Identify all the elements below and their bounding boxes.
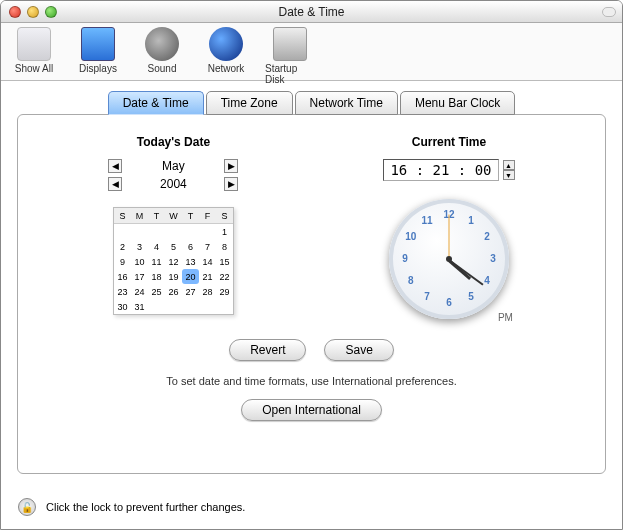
calendar-weekday: S (216, 208, 233, 223)
month-prev-button[interactable]: ◀ (108, 159, 122, 173)
calendar-day[interactable]: 21 (199, 269, 216, 284)
calendar-weekday: F (199, 208, 216, 223)
time-input[interactable]: 16 : 21 : 00 (383, 159, 498, 181)
tab-menu-bar-clock[interactable]: Menu Bar Clock (400, 91, 515, 115)
time-step-down[interactable]: ▼ (503, 170, 515, 180)
calendar-day (199, 299, 216, 314)
calendar-day[interactable]: 4 (148, 239, 165, 254)
calendar-day[interactable]: 17 (131, 269, 148, 284)
toolbar-item-displays[interactable]: Displays (73, 27, 123, 74)
time-value: 16 : 21 : 00 (390, 162, 491, 178)
clock-number: 3 (486, 253, 500, 264)
calendar-day (148, 224, 165, 239)
clock-number: 8 (404, 275, 418, 286)
calendar-day[interactable]: 14 (199, 254, 216, 269)
calendar-day (148, 299, 165, 314)
lock-text: Click the lock to prevent further change… (46, 501, 245, 513)
calendar-day[interactable]: 7 (199, 239, 216, 254)
clock-number: 2 (480, 231, 494, 242)
tab-time-zone[interactable]: Time Zone (206, 91, 293, 115)
calendar-day[interactable]: 2 (114, 239, 131, 254)
analog-clock: 121234567891011 PM (389, 199, 509, 319)
calendar-day[interactable]: 9 (114, 254, 131, 269)
toolbar-item-network[interactable]: Network (201, 27, 251, 74)
toolbar-item-show-all[interactable]: Show All (9, 27, 59, 74)
tab-date-time[interactable]: Date & Time (108, 91, 204, 115)
save-button[interactable]: Save (324, 339, 393, 361)
toolbar-toggle-button[interactable] (602, 7, 616, 17)
date-heading: Today's Date (137, 135, 210, 149)
calendar-weekday: W (165, 208, 182, 223)
calendar-day[interactable]: 11 (148, 254, 165, 269)
toolbar-item-sound[interactable]: Sound (137, 27, 187, 74)
tab-network-time[interactable]: Network Time (295, 91, 398, 115)
date-column: Today's Date ◀ May ▶ ◀ 2004 ▶ SMTWTFS123… (108, 135, 238, 319)
clock-hand-s (448, 215, 449, 260)
sound-icon (145, 27, 179, 61)
displays-icon (81, 27, 115, 61)
calendar-day[interactable]: 12 (165, 254, 182, 269)
clock-number: 9 (398, 253, 412, 264)
toolbar-label: Startup Disk (265, 63, 315, 85)
calendar-day (216, 299, 233, 314)
clock-number: 10 (404, 231, 418, 242)
calendar-day[interactable]: 29 (216, 284, 233, 299)
calendar-day[interactable]: 20 (182, 269, 199, 284)
calendar-day[interactable]: 6 (182, 239, 199, 254)
toolbar-label: Displays (79, 63, 117, 74)
calendar-day[interactable]: 18 (148, 269, 165, 284)
open-international-button[interactable]: Open International (241, 399, 382, 421)
calendar-day[interactable]: 3 (131, 239, 148, 254)
lock-icon[interactable]: 🔓 (18, 498, 36, 516)
calendar-day[interactable]: 22 (216, 269, 233, 284)
clock-number: 1 (464, 215, 478, 226)
calendar-day[interactable]: 23 (114, 284, 131, 299)
time-step-up[interactable]: ▲ (503, 160, 515, 170)
calendar-day[interactable]: 8 (216, 239, 233, 254)
network-icon (209, 27, 243, 61)
calendar-day[interactable]: 31 (131, 299, 148, 314)
clock-number: 5 (464, 291, 478, 302)
date-time-panel: Today's Date ◀ May ▶ ◀ 2004 ▶ SMTWTFS123… (17, 114, 606, 474)
calendar-day[interactable]: 1 (216, 224, 233, 239)
show-all-icon (17, 27, 51, 61)
calendar-weekday: T (148, 208, 165, 223)
toolbar: Show AllDisplaysSoundNetworkStartup Disk (1, 23, 622, 81)
toolbar-item-startup-disk[interactable]: Startup Disk (265, 27, 315, 85)
calendar-day[interactable]: 26 (165, 284, 182, 299)
calendar-day[interactable]: 30 (114, 299, 131, 314)
calendar-day[interactable]: 19 (165, 269, 182, 284)
calendar-day[interactable]: 5 (165, 239, 182, 254)
calendar-day[interactable]: 27 (182, 284, 199, 299)
calendar-day[interactable]: 16 (114, 269, 131, 284)
month-value: May (162, 159, 185, 173)
calendar-day[interactable]: 28 (199, 284, 216, 299)
tab-bar: Date & TimeTime ZoneNetwork TimeMenu Bar… (17, 91, 606, 115)
startup-disk-icon (273, 27, 307, 61)
calendar-day[interactable]: 15 (216, 254, 233, 269)
ampm-label: PM (498, 312, 513, 323)
year-prev-button[interactable]: ◀ (108, 177, 122, 191)
calendar-day (165, 224, 182, 239)
format-hint: To set date and time formats, use Intern… (36, 375, 587, 387)
calendar-day (199, 224, 216, 239)
clock-hand-m (448, 259, 483, 285)
clock-center (446, 256, 452, 262)
year-next-button[interactable]: ▶ (224, 177, 238, 191)
calendar-day[interactable]: 25 (148, 284, 165, 299)
calendar-weekday: S (114, 208, 131, 223)
year-value: 2004 (160, 177, 187, 191)
titlebar: Date & Time (1, 1, 622, 23)
time-heading: Current Time (412, 135, 486, 149)
calendar-day[interactable]: 24 (131, 284, 148, 299)
clock-number: 6 (442, 297, 456, 308)
toolbar-label: Show All (15, 63, 53, 74)
calendar-day[interactable]: 10 (131, 254, 148, 269)
calendar-day (114, 224, 131, 239)
month-next-button[interactable]: ▶ (224, 159, 238, 173)
revert-button[interactable]: Revert (229, 339, 306, 361)
calendar[interactable]: SMTWTFS123456789101112131415161718192021… (113, 207, 234, 315)
calendar-weekday: T (182, 208, 199, 223)
calendar-day (165, 299, 182, 314)
calendar-day[interactable]: 13 (182, 254, 199, 269)
